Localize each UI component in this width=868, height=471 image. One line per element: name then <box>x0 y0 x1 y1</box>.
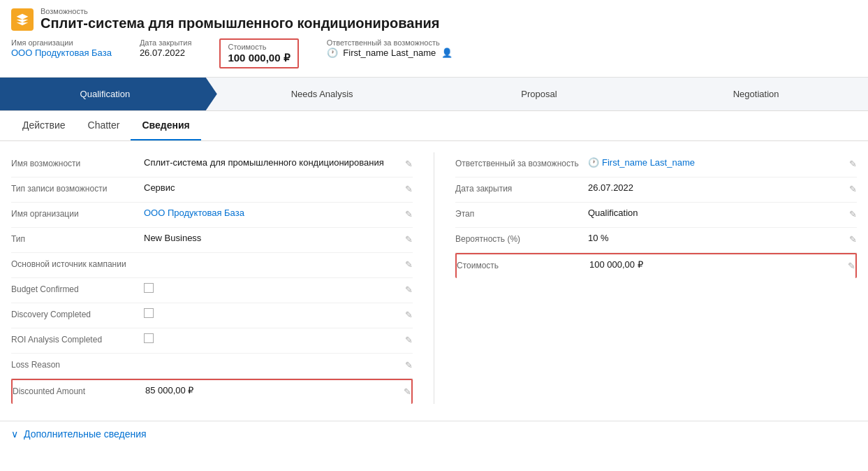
tab-bar: ДействиеChatterСведения <box>0 111 868 141</box>
meta-owner-value: 🕐 First_name Last_name 👤 <box>327 48 453 58</box>
meta-cost-label: Стоимость <box>228 43 290 51</box>
field-value <box>144 333 401 345</box>
fields-right: Ответственный за возможность🕐First_name … <box>434 152 857 404</box>
edit-icon[interactable]: ✎ <box>401 233 413 245</box>
field-value[interactable]: ООО Продуктовая База <box>144 208 401 218</box>
field-row: Вероятность (%)10 %✎ <box>455 228 857 253</box>
stage-item-needs-analysis[interactable]: Needs Analysis <box>217 78 434 110</box>
meta-cost-value: 100 000,00 ₽ <box>228 52 290 64</box>
tab-сведения[interactable]: Сведения <box>131 111 200 140</box>
meta-date: Дата закрытия 26.07.2022 <box>140 38 192 58</box>
field-row: Имя организацииООО Продуктовая База✎ <box>11 203 413 228</box>
edit-icon[interactable]: ✎ <box>401 283 413 295</box>
stage-item-negotiation[interactable]: Negotiation <box>651 78 868 110</box>
clock-icon: 🕐 <box>588 157 599 168</box>
field-label: Discounted Amount <box>13 385 145 396</box>
edit-icon[interactable]: ✎ <box>845 182 857 194</box>
meta-org-label: Имя организации <box>11 38 112 47</box>
field-value: New Business <box>144 233 401 243</box>
header: Возможность Сплит-система для промышленн… <box>0 0 868 78</box>
field-label: Имя возможности <box>11 157 144 168</box>
header-meta: Имя организации ООО Продуктовая База Дат… <box>11 33 857 71</box>
stage-item-proposal[interactable]: Proposal <box>434 78 652 110</box>
meta-date-label: Дата закрытия <box>140 38 192 47</box>
field-row: Ответственный за возможность🕐First_name … <box>455 152 857 177</box>
edit-icon[interactable]: ✎ <box>845 233 857 245</box>
field-label: Основной источник кампании <box>11 258 144 269</box>
stage-item-qualification[interactable]: Qualification <box>0 78 217 110</box>
field-value: Сервис <box>144 182 401 193</box>
field-label: Вероятность (%) <box>455 233 588 244</box>
field-value: Qualification <box>588 208 845 218</box>
meta-org-value[interactable]: ООО Продуктовая База <box>11 48 112 58</box>
field-label: ROI Analysis Completed <box>11 333 144 345</box>
field-row: Имя возможностиСплит-система для промышл… <box>11 152 413 177</box>
fields-left: Имя возможностиСплит-система для промышл… <box>11 152 434 404</box>
checkbox-input[interactable] <box>144 333 154 343</box>
edit-icon[interactable]: ✎ <box>845 157 857 169</box>
meta-date-value: 26.07.2022 <box>140 48 192 58</box>
edit-icon[interactable]: ✎ <box>399 385 411 397</box>
field-label: Тип <box>11 233 144 244</box>
meta-owner: Ответственный за возможность 🕐 First_nam… <box>327 38 453 58</box>
breadcrumb: Возможность <box>41 7 439 15</box>
field-value: Сплит-система для промышленного кондицио… <box>144 157 401 168</box>
edit-icon[interactable]: ✎ <box>401 258 413 270</box>
field-value: 10 % <box>588 233 845 243</box>
field-row: Budget Confirmed✎ <box>11 278 413 303</box>
page-wrapper: Возможность Сплит-система для промышленн… <box>0 0 868 471</box>
edit-icon[interactable]: ✎ <box>845 208 857 219</box>
person-icon: 👤 <box>441 48 453 58</box>
stage-nav: QualificationNeeds AnalysisProposalNegot… <box>0 78 868 111</box>
field-row: Тип записи возможностиСервис✎ <box>11 177 413 203</box>
field-label: Budget Confirmed <box>11 283 144 294</box>
edit-icon[interactable]: ✎ <box>401 208 413 219</box>
field-value: 100 000,00 ₽ <box>589 259 844 270</box>
field-row: ТипNew Business✎ <box>11 228 413 253</box>
field-row: Discovery Completed✎ <box>11 303 413 328</box>
app-icon <box>11 8 34 31</box>
field-value <box>144 308 401 320</box>
accordion-additional[interactable]: ∨ Дополнительные сведения <box>0 421 868 447</box>
clock-icon: 🕐 <box>327 48 338 58</box>
meta-org: Имя организации ООО Продуктовая База <box>11 38 112 58</box>
field-label: Discovery Completed <box>11 308 144 319</box>
checkbox-input[interactable] <box>144 283 154 293</box>
edit-icon[interactable]: ✎ <box>844 259 855 271</box>
field-row: Дата закрытия26.07.2022✎ <box>455 177 857 203</box>
edit-icon[interactable]: ✎ <box>401 358 413 370</box>
field-row: ЭтапQualification✎ <box>455 203 857 228</box>
field-value: 🕐First_name Last_name <box>588 157 845 168</box>
field-row: Discounted Amount85 000,00 ₽✎ <box>11 379 413 404</box>
accordion-label: Дополнительные сведения <box>24 428 147 440</box>
edit-icon[interactable]: ✎ <box>401 333 413 345</box>
edit-icon[interactable]: ✎ <box>401 157 413 169</box>
field-label: Стоимость <box>457 259 589 270</box>
field-label: Имя организации <box>11 208 144 219</box>
field-row: Loss Reason✎ <box>11 354 413 379</box>
field-row: Основной источник кампании✎ <box>11 253 413 278</box>
field-label: Loss Reason <box>11 358 144 370</box>
field-label: Тип записи возможности <box>11 182 144 194</box>
owner-link[interactable]: First_name Last_name <box>602 157 695 168</box>
edit-icon[interactable]: ✎ <box>401 308 413 320</box>
edit-icon[interactable]: ✎ <box>401 182 413 194</box>
field-value <box>144 283 401 295</box>
tab-действие[interactable]: Действие <box>11 111 77 140</box>
content: Имя возможностиСплит-система для промышл… <box>0 141 868 415</box>
meta-owner-label: Ответственный за возможность <box>327 38 453 47</box>
checkbox-input[interactable] <box>144 308 154 318</box>
field-value: 85 000,00 ₽ <box>145 385 399 396</box>
field-value: 26.07.2022 <box>588 182 845 193</box>
field-row: ROI Analysis Completed✎ <box>11 328 413 354</box>
field-row: Стоимость100 000,00 ₽✎ <box>455 253 857 278</box>
meta-cost: Стоимость 100 000,00 ₽ <box>219 38 298 68</box>
field-label: Этап <box>455 208 588 219</box>
field-label: Дата закрытия <box>455 182 588 194</box>
tab-chatter[interactable]: Chatter <box>77 111 131 140</box>
page-title: Сплит-система для промышленного кондицио… <box>41 15 439 31</box>
field-label: Ответственный за возможность <box>455 157 588 168</box>
chevron-down-icon: ∨ <box>11 428 18 440</box>
